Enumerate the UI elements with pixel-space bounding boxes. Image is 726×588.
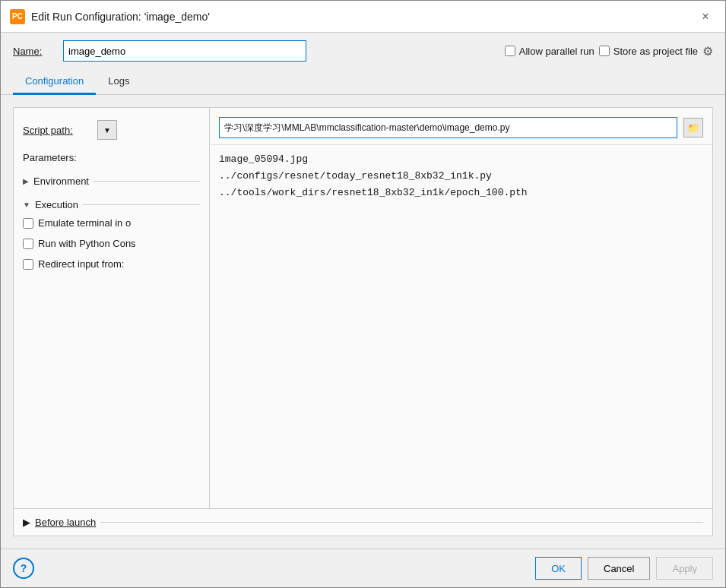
- app-icon: PC: [10, 9, 25, 24]
- param-line-1: image_05094.jpg: [219, 151, 703, 168]
- parameters-row: Parameters:: [23, 152, 200, 163]
- execution-label: Execution: [35, 199, 78, 210]
- store-as-project-checkbox[interactable]: [599, 46, 610, 56]
- allow-parallel-checkbox[interactable]: [505, 46, 515, 56]
- run-python-console-label: Run with Python Cons: [38, 238, 136, 249]
- dialog-title: Edit Run Configuration: 'image_demo': [31, 11, 695, 23]
- name-input[interactable]: [63, 40, 306, 62]
- params-area: image_05094.jpg ../configs/resnet/today_…: [210, 145, 712, 508]
- params-text: image_05094.jpg ../configs/resnet/today_…: [219, 151, 703, 201]
- config-panel: Script path: ▼ Parameters: ▶ Environment: [13, 107, 713, 536]
- before-launch-label: Before launch: [35, 517, 96, 528]
- exec-arrow-icon: ▼: [23, 201, 30, 209]
- left-panel: Script path: ▼ Parameters: ▶ Environment: [14, 108, 210, 508]
- script-path-input-row: 📁: [210, 108, 712, 145]
- before-launch-arrow-icon: ▶: [23, 517, 30, 528]
- run-python-console-item: Run with Python Cons: [23, 236, 200, 251]
- script-path-row-label: Script path: ▼: [23, 120, 200, 140]
- emulate-terminal-item: Emulate terminal in o: [23, 215, 200, 231]
- script-path-dropdown[interactable]: ▼: [97, 120, 117, 140]
- right-panel: 📁 image_05094.jpg ../configs/resnet/toda…: [210, 108, 712, 508]
- parameters-label: Parameters:: [23, 152, 91, 163]
- tabs-bar: Configuration Logs: [1, 69, 725, 95]
- environment-section: ▶ Environment: [23, 175, 200, 187]
- emulate-terminal-checkbox[interactable]: [23, 218, 33, 229]
- store-as-project-label: Store as project file: [599, 46, 698, 57]
- redirect-input-checkbox[interactable]: [23, 259, 33, 270]
- toolbar-row: Name: Allow parallel run Store as projec…: [1, 33, 725, 69]
- redirect-input-item: Redirect input from:: [23, 256, 200, 272]
- apply-button[interactable]: Apply: [656, 557, 713, 580]
- execution-header[interactable]: ▼ Execution: [23, 199, 200, 210]
- script-path-input[interactable]: [219, 117, 677, 138]
- environment-header[interactable]: ▶ Environment: [23, 175, 200, 187]
- before-launch-section[interactable]: ▶ Before launch: [14, 508, 712, 536]
- param-line-2: ../configs/resnet/today_resnet18_8xb32_i…: [219, 168, 703, 185]
- dialog: PC Edit Run Configuration: 'image_demo' …: [0, 0, 726, 588]
- config-inner: Script path: ▼ Parameters: ▶ Environment: [14, 108, 712, 508]
- param-line-3: ../tools/work_dirs/resnet18_8xb32_in1k/e…: [219, 185, 703, 201]
- title-bar: PC Edit Run Configuration: 'image_demo' …: [1, 1, 725, 33]
- allow-parallel-label: Allow parallel run: [505, 46, 594, 57]
- execution-section: ▼ Execution Emulate terminal in o Run wi…: [23, 199, 200, 272]
- script-path-label: Script path:: [23, 125, 91, 136]
- main-content: Script path: ▼ Parameters: ▶ Environment: [1, 95, 725, 548]
- folder-button[interactable]: 📁: [683, 118, 703, 138]
- run-python-console-checkbox[interactable]: [23, 239, 33, 249]
- tab-configuration[interactable]: Configuration: [13, 69, 96, 95]
- help-button[interactable]: ?: [13, 558, 34, 579]
- redirect-input-label: Redirect input from:: [38, 258, 124, 270]
- environment-label: Environment: [33, 175, 89, 187]
- emulate-terminal-label: Emulate terminal in o: [38, 217, 131, 229]
- cancel-button[interactable]: Cancel: [588, 557, 650, 580]
- gear-icon[interactable]: ⚙: [702, 44, 713, 58]
- ok-button[interactable]: OK: [535, 557, 582, 580]
- env-arrow-icon: ▶: [23, 177, 29, 185]
- close-button[interactable]: ×: [695, 6, 716, 27]
- footer: ? OK Cancel Apply: [1, 548, 725, 587]
- options-group: Allow parallel run Store as project file…: [505, 44, 713, 58]
- footer-buttons: OK Cancel Apply: [535, 557, 713, 580]
- tab-logs[interactable]: Logs: [96, 69, 141, 95]
- name-label: Name:: [13, 46, 51, 57]
